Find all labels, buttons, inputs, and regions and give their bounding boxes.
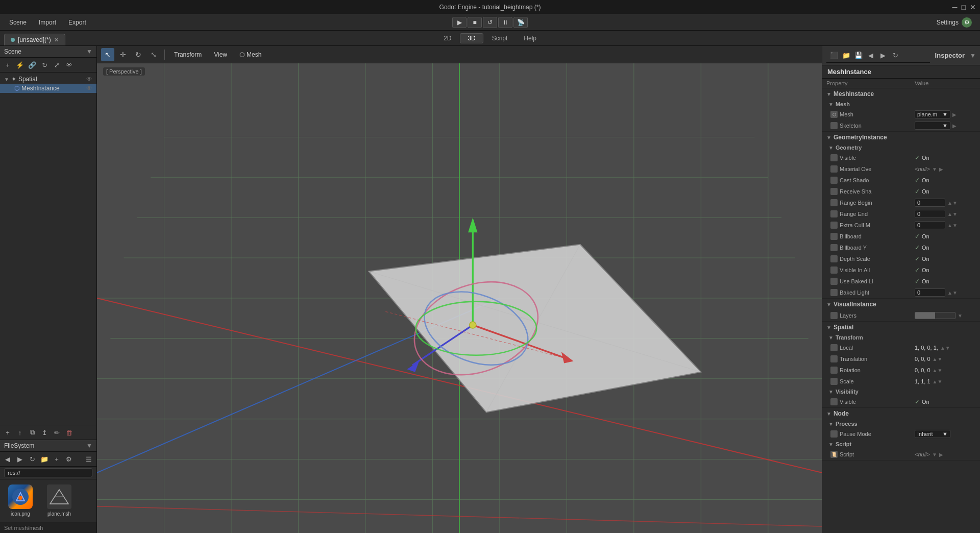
mesh-menu-button[interactable]: ⬡ Mesh (234, 50, 266, 60)
transform-menu-button[interactable]: Transform (169, 50, 207, 60)
fs-forward-button[interactable]: ▶ (14, 453, 26, 465)
use-baked-li-checkbox[interactable]: On (915, 278, 929, 285)
menu-import[interactable]: Import (34, 17, 61, 28)
tab-help[interactable]: Help (516, 33, 544, 43)
inspector-save-button[interactable]: 💾 (853, 50, 864, 61)
visible-in-all-checkbox[interactable]: On (915, 266, 929, 274)
meshinstance-visibility-toggle[interactable]: 👁 (86, 85, 92, 92)
baked-light-arrow[interactable]: ▲▼ (947, 290, 958, 296)
material-arrow[interactable]: ▶ (939, 166, 943, 172)
skeleton-dropdown[interactable]: ▼ (915, 122, 950, 130)
filesystem-path-input[interactable] (4, 468, 92, 477)
tab-close-button[interactable]: ✕ (54, 37, 59, 43)
translation-expand[interactable]: ▲▼ (933, 356, 943, 362)
range-end-input[interactable] (915, 210, 945, 218)
window-controls[interactable]: ─ □ ✕ (952, 3, 976, 11)
fs-new-button[interactable]: + (51, 453, 62, 465)
scene-refresh-button[interactable]: ↻ (39, 59, 50, 70)
inspector-history-button[interactable]: ⬛ (828, 50, 840, 61)
tab-3d[interactable]: 3D (460, 33, 483, 43)
script-expand[interactable]: ▼ (932, 452, 937, 457)
scene-action-2[interactable]: ↑ (14, 427, 26, 438)
depth-scale-checkbox[interactable]: On (915, 255, 929, 262)
subsection-transform[interactable]: ▼ Transform (822, 333, 980, 342)
menu-export[interactable]: Export (63, 17, 91, 28)
tab-2d[interactable]: 2D (436, 33, 459, 43)
viewport-scale-tool[interactable]: ⤡ (147, 48, 160, 61)
visible-spatial-checkbox[interactable]: On (915, 398, 929, 405)
tab-script[interactable]: Script (484, 33, 516, 43)
stream-button[interactable]: 📡 (513, 17, 528, 28)
section-header-meshinstance[interactable]: ▼ MeshInstance (822, 88, 980, 100)
loop-button[interactable]: ↺ (483, 17, 497, 28)
scene-eye-button[interactable]: 👁 (63, 59, 75, 70)
maximize-button[interactable]: □ (962, 3, 966, 11)
pause-mode-dropdown[interactable]: Inherit ▼ (915, 430, 950, 438)
tree-item-spatial[interactable]: ▼ ✦ Spatial 👁 (0, 75, 96, 84)
scene-action-edit[interactable]: ✏ (51, 427, 62, 438)
pause-button[interactable]: ⏸ (498, 17, 512, 28)
scale-expand[interactable]: ▲▼ (933, 379, 943, 384)
inspector-arrow[interactable]: ▼ (970, 52, 976, 59)
play-button[interactable]: ▶ (452, 17, 467, 28)
range-end-arrow[interactable]: ▲▼ (947, 211, 958, 217)
close-button[interactable]: ✕ (970, 3, 976, 11)
scene-action-delete[interactable]: 🗑 (63, 427, 75, 438)
fs-item-icon-png[interactable]: icon.png (5, 484, 36, 517)
billboard-checkbox[interactable]: On (915, 233, 929, 240)
layers-expand[interactable]: ▼ (958, 313, 963, 319)
scene-action-4[interactable]: ↥ (39, 427, 50, 438)
layers-control[interactable] (915, 312, 955, 319)
billboard-y-checkbox[interactable]: On (915, 244, 929, 251)
file-tab-unsaved[interactable]: [unsaved](*) ✕ (4, 34, 65, 45)
scene-add-button[interactable]: ⚡ (14, 59, 26, 70)
rotation-expand[interactable]: ▲▼ (933, 368, 943, 373)
inspector-right-button[interactable]: ▶ (877, 50, 889, 61)
subsection-geometry[interactable]: ▼ Geometry (822, 143, 980, 152)
filesystem-arrow[interactable]: ▼ (86, 442, 92, 449)
subsection-script[interactable]: ▼ Script (822, 440, 980, 449)
inspector-left-button[interactable]: ◀ (865, 50, 876, 61)
section-header-node[interactable]: ▼ Node (822, 408, 980, 419)
stop-button[interactable]: ■ (468, 17, 482, 28)
cast-shadow-checkbox[interactable]: On (915, 177, 929, 184)
extra-cull-input[interactable] (915, 221, 945, 229)
inspector-folder-button[interactable]: 📁 (841, 50, 852, 61)
subsection-process[interactable]: ▼ Process (822, 419, 980, 428)
fs-back-button[interactable]: ◀ (2, 453, 13, 465)
viewport[interactable]: ↖ ✛ ↻ ⤡ Transform View ⬡ Mesh (97, 46, 822, 533)
scene-link-button[interactable]: 🔗 (27, 59, 38, 70)
minimize-button[interactable]: ─ (952, 3, 958, 11)
scene-filter-button[interactable]: ⤢ (51, 59, 62, 70)
fs-folder-button[interactable]: 📁 (39, 453, 50, 465)
mesh-expand-arrow[interactable]: ▶ (952, 112, 957, 117)
scene-new-node-button[interactable]: + (2, 59, 13, 70)
section-header-geometry[interactable]: ▼ GeometryInstance (822, 132, 980, 143)
fs-settings-button[interactable]: ⚙ (63, 453, 75, 465)
fs-list-view-button[interactable]: ☰ (83, 453, 94, 465)
fs-refresh-button[interactable]: ↻ (27, 453, 38, 465)
subsection-mesh[interactable]: ▼ Mesh (822, 100, 980, 109)
baked-light-input[interactable] (915, 288, 945, 297)
subsection-visibility[interactable]: ▼ Visibility (822, 387, 980, 396)
viewport-move-tool[interactable]: ✛ (116, 48, 130, 61)
section-header-spatial[interactable]: ▼ Spatial (822, 322, 980, 333)
receive-shadow-checkbox[interactable]: On (915, 188, 929, 195)
inspector-refresh-button[interactable]: ↻ (890, 50, 901, 61)
range-begin-input[interactable] (915, 199, 945, 207)
menu-scene[interactable]: Scene (4, 17, 32, 28)
scene-panel-arrow[interactable]: ▼ (86, 48, 92, 55)
extra-cull-arrow[interactable]: ▲▼ (947, 223, 958, 228)
local-expand[interactable]: ▲▼ (940, 345, 950, 351)
visible-g-checkbox[interactable]: On (915, 154, 929, 161)
viewport-cursor-tool[interactable]: ↖ (101, 48, 114, 61)
spatial-visibility-toggle[interactable]: 👁 (86, 76, 92, 83)
script-arrow[interactable]: ▶ (939, 452, 943, 457)
scene-action-1[interactable]: + (2, 427, 13, 438)
section-header-visualinstance[interactable]: ▼ VisualInstance (822, 299, 980, 310)
viewport-rotate-tool[interactable]: ↻ (132, 48, 145, 61)
tree-item-meshinstance[interactable]: ⬡ MeshInstance 👁 (0, 84, 96, 93)
mesh-dropdown[interactable]: plane.m ▼ (915, 110, 950, 118)
scene-action-3[interactable]: ⧉ (27, 427, 38, 438)
fs-item-plane-msh[interactable]: plane.msh (44, 484, 75, 517)
